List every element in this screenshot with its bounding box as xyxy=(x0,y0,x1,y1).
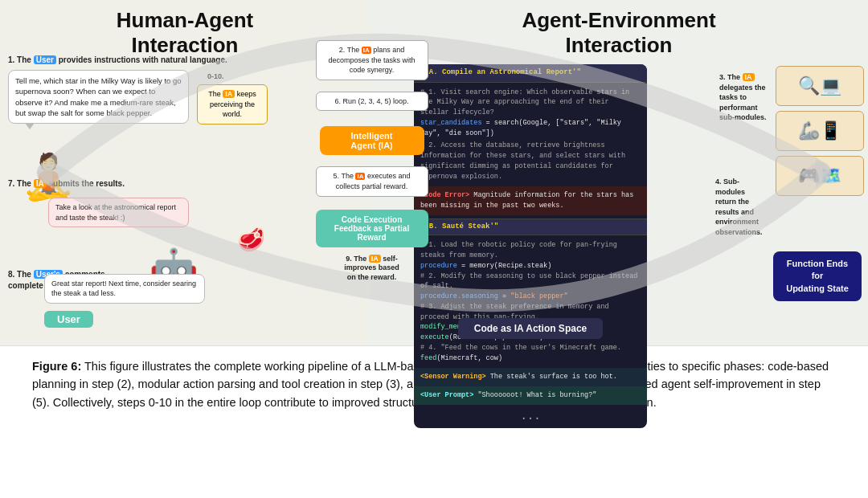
annotation-7: 7. The IA submits the results. xyxy=(8,178,125,190)
comment-bubble: Great star report! Next time, consider s… xyxy=(44,274,205,304)
ann-0-10: 0-10. xyxy=(207,72,224,80)
code-action-area: Code as IA Action Space xyxy=(414,318,647,339)
code-dots: ... xyxy=(414,405,647,428)
reward-box-label: Code ExecutionFeedback as PartialReward xyxy=(316,210,428,247)
ann-9: 9. The IA self-improves basedon the rewa… xyxy=(344,255,399,283)
annotation-1: 1. The User provides instructions with n… xyxy=(8,55,281,66)
ia-box: IntelligentAgent (IA) xyxy=(320,126,424,155)
user-label: User xyxy=(44,311,93,328)
step-6-box: 6. Run (2, 3, 4, 5) loop. xyxy=(316,92,428,112)
middle-section: 2. The IA plans and decomposes the tasks… xyxy=(305,0,438,345)
response-bubble: Take a look at the astronomical report a… xyxy=(48,198,189,227)
diagram-area: Human-AgentInteraction 1. The User provi… xyxy=(0,0,868,345)
code-action-label: Code as IA Action Space xyxy=(458,318,603,339)
annotation-3: 3. The IA delegates the tasks to perform… xyxy=(719,72,768,123)
steak-illustration: 🥩 xyxy=(237,227,265,253)
code-warning-section: <Sensor Warning> The steak's surface is … xyxy=(414,368,647,386)
code-error-section: <Code Error> Magnitude information for t… xyxy=(414,186,647,215)
right-section-title: Agent-EnvironmentInteraction xyxy=(370,0,868,58)
right-section: Agent-EnvironmentInteraction 3. The IA d… xyxy=(370,0,868,345)
perceiving-box: The IA keeps perceiving the world. xyxy=(197,84,268,124)
code-panel: "'A. Compile an Astronomical Report'" # … xyxy=(414,64,647,428)
code-panel-header-a: "'A. Compile an Astronomical Report'" xyxy=(414,64,647,83)
submodule-2: 🦾📱 xyxy=(776,111,864,151)
code-panel-header-b: "'B. Sauté Steak'" xyxy=(414,218,647,236)
submodules-panel: 🔍💻 🦾📱 🎮🗺️ xyxy=(776,66,864,196)
caption-label: Figure 6: xyxy=(32,360,81,373)
code-content-a: # 1. Visit search engine: Which observab… xyxy=(414,83,647,187)
main-container: Human-AgentInteraction 1. The User provi… xyxy=(0,0,868,498)
step-5-box: 5. The IA executes and collects partial … xyxy=(316,166,428,196)
submodule-3: 🎮🗺️ xyxy=(776,156,864,196)
submodule-1: 🔍💻 xyxy=(776,66,864,106)
annotation-4: 4. Sub-modules return the results and en… xyxy=(715,177,768,238)
code-user-prompt-section: <User Prompt> "Shoooooot! What is burnin… xyxy=(414,386,647,405)
step-2-box: 2. The IA plans and decomposes the tasks… xyxy=(316,40,428,80)
function-ends-box: Function Ends forUpdating State xyxy=(773,251,862,301)
code-content-b: # 1. Load the robotic policy code for pa… xyxy=(414,235,647,368)
